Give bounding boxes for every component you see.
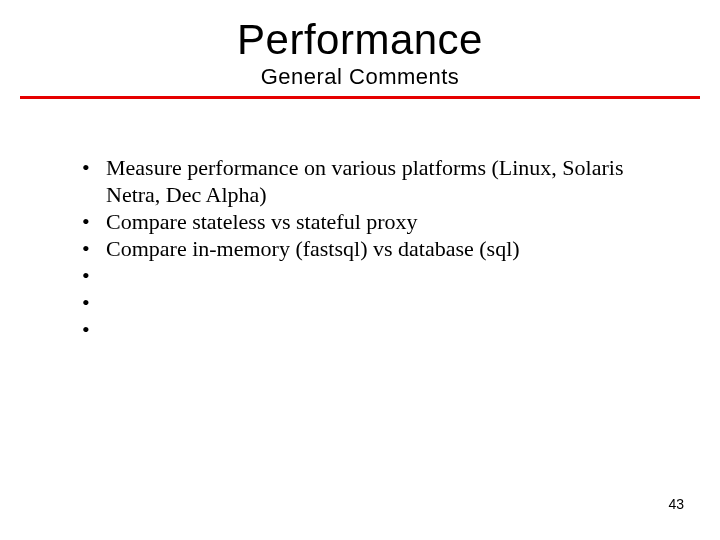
title-block: Performance General Comments	[0, 0, 720, 90]
list-item: Compare stateless vs stateful proxy	[88, 209, 660, 236]
slide-subtitle: General Comments	[0, 64, 720, 90]
list-item	[88, 290, 660, 317]
list-item: Measure performance on various platforms…	[88, 155, 660, 209]
list-item: Compare in-memory (fastsql) vs database …	[88, 236, 660, 263]
slide: Performance General Comments Measure per…	[0, 0, 720, 540]
bullet-list: Measure performance on various platforms…	[64, 155, 660, 344]
list-item	[88, 263, 660, 290]
page-number: 43	[668, 496, 684, 512]
bullet-text: Measure performance on various platforms…	[106, 155, 623, 207]
content-area: Measure performance on various platforms…	[0, 99, 720, 344]
bullet-text: Compare stateless vs stateful proxy	[106, 209, 418, 234]
slide-title: Performance	[0, 18, 720, 62]
bullet-text: Compare in-memory (fastsql) vs database …	[106, 236, 520, 261]
list-item	[88, 317, 660, 344]
